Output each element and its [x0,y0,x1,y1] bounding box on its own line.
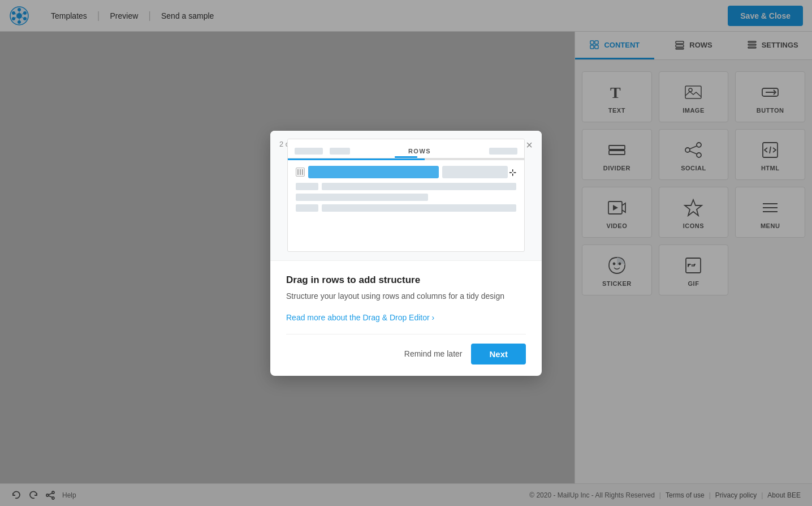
illus-tab-pill-1 [295,148,323,155]
illus-ph-lg-3 [322,204,516,212]
modal-close-button[interactable]: × [526,139,533,152]
illus-ph-row-3 [296,204,516,212]
illus-ph-lg-1 [322,183,516,190]
illus-body: ⊹ [288,160,524,217]
illus-ph-sm-1 [296,183,318,190]
illustration-wrap: ROWS [287,139,525,252]
illus-tabs-row: ROWS [288,139,524,158]
modal-dialog: × 2 of 4 ROWS [270,131,542,376]
next-button[interactable]: Next [471,344,526,365]
illus-drag-block [308,166,439,178]
modal-description: Structure your layout using rows and col… [286,290,526,302]
modal-read-more-link[interactable]: Read more about the Drag & Drop Editor › [286,313,434,322]
illus-tab-pill-2 [330,148,350,155]
illus-ph-row-2 [296,194,516,201]
illus-col-indicator [296,168,305,177]
remind-later-button[interactable]: Remind me later [404,349,463,358]
modal-body: Drag in rows to add structure Structure … [270,261,542,376]
drag-cursor-icon: ⊹ [509,167,516,178]
illus-placeholder-rows [296,183,516,212]
modal-title: Drag in rows to add structure [286,275,526,286]
illus-drag-row: ⊹ [296,166,516,178]
illus-ph-md-2 [296,194,428,201]
modal-overlay: × 2 of 4 ROWS [0,0,812,506]
illus-grip [297,169,303,175]
modal-illustration: ROWS [270,131,542,261]
illus-tab-active-line [395,156,417,158]
illus-rows-label: ROWS [408,148,431,155]
illus-tab-pill-3 [489,148,517,155]
illus-placeholder-block [442,166,508,178]
modal-actions: Remind me later Next [286,334,526,365]
illus-ph-row-1 [296,183,516,190]
illus-ph-sm-3 [296,204,318,212]
